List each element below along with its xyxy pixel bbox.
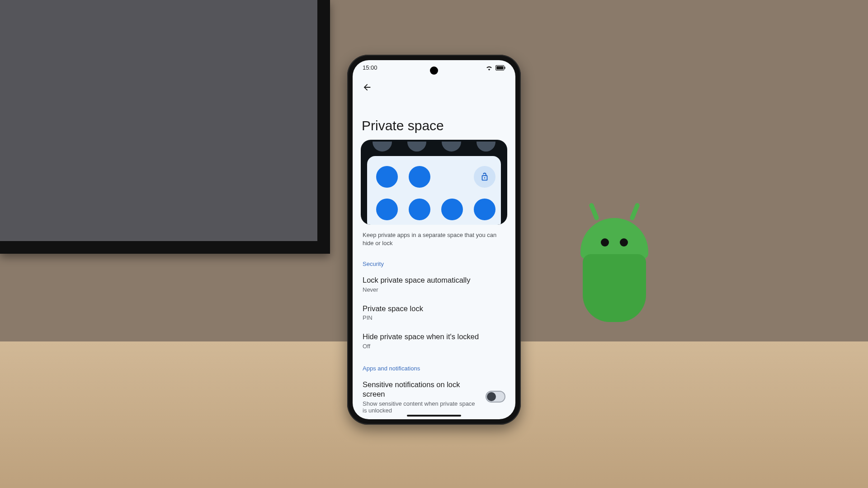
setting-subtext: Off bbox=[363, 343, 505, 350]
setting-subtext: Show sensitive content when private spac… bbox=[363, 400, 480, 414]
private-app-dot bbox=[409, 199, 430, 220]
toggle-knob bbox=[487, 392, 496, 401]
setting-private-space-lock[interactable]: Private space lock PIN bbox=[353, 298, 515, 327]
background-picture-frame bbox=[0, 0, 330, 254]
setting-subtext: Never bbox=[363, 286, 505, 293]
lock-slot bbox=[474, 166, 495, 188]
android-figurine bbox=[569, 200, 660, 336]
arrow-left-icon bbox=[362, 82, 372, 92]
section-label-apps: Apps and notifications bbox=[353, 355, 515, 374]
background-app-dot bbox=[373, 142, 392, 152]
setting-title: Hide private space when it's locked bbox=[363, 332, 505, 341]
background-app-dot bbox=[407, 142, 427, 152]
private-app-dot bbox=[474, 199, 495, 220]
setting-title: Private space lock bbox=[363, 304, 505, 313]
section-label-security: Security bbox=[353, 251, 515, 270]
page-title: Private space bbox=[353, 95, 515, 140]
phone-frame: 15:00 Private space bbox=[347, 55, 521, 425]
private-app-dot bbox=[376, 199, 398, 220]
setting-sensitive-notifications[interactable]: Sensitive notifications on lock screen S… bbox=[353, 374, 515, 419]
status-time: 15:00 bbox=[363, 64, 377, 71]
svg-rect-2 bbox=[505, 66, 505, 69]
front-camera-punchhole bbox=[430, 66, 438, 75]
background-app-dot bbox=[442, 142, 461, 152]
back-button[interactable] bbox=[359, 79, 375, 95]
setting-lock-automatically[interactable]: Lock private space automatically Never bbox=[353, 270, 515, 298]
svg-rect-1 bbox=[496, 66, 503, 70]
setting-title: Lock private space automatically bbox=[363, 275, 505, 285]
app-header bbox=[353, 76, 515, 95]
phone-screen: 15:00 Private space bbox=[353, 60, 515, 419]
gesture-nav-bar[interactable] bbox=[407, 415, 461, 417]
private-space-illustration bbox=[361, 140, 507, 225]
feature-description: Keep private apps in a separate space th… bbox=[353, 225, 515, 251]
setting-subtext: PIN bbox=[363, 314, 505, 321]
private-app-dot bbox=[409, 166, 430, 188]
empty-slot bbox=[441, 166, 463, 188]
wifi-icon bbox=[486, 65, 493, 71]
unlock-icon bbox=[480, 172, 490, 182]
battery-icon bbox=[495, 65, 505, 71]
setting-hide-when-locked[interactable]: Hide private space when it's locked Off bbox=[353, 327, 515, 355]
private-app-dot bbox=[441, 199, 463, 220]
setting-title: Sensitive notifications on lock screen bbox=[363, 380, 480, 399]
sensitive-notifications-toggle[interactable] bbox=[486, 391, 505, 403]
private-app-dot bbox=[376, 166, 398, 188]
background-app-dot bbox=[476, 142, 496, 152]
